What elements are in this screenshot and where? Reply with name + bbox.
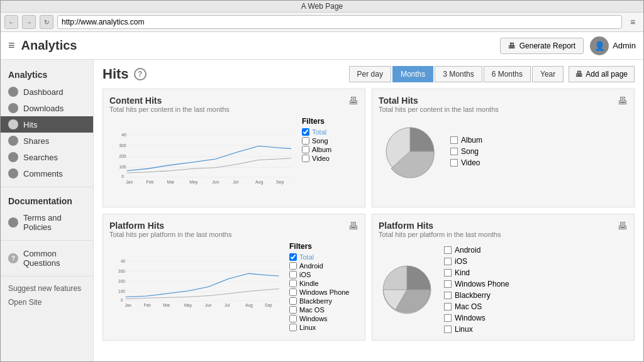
sidebar-item-hits[interactable]: Hits	[1, 116, 93, 133]
content-hits-title-area: Content Hits Total hits per content in t…	[109, 96, 230, 117]
tab-6months[interactable]: 6 Months	[484, 66, 531, 82]
sidebar-item-shares[interactable]: Shares	[1, 133, 93, 149]
add-all-page-button[interactable]: 🖶 Add all page	[569, 66, 635, 82]
app-header: ≡ Analytics 🖶 Generate Report 👤 Admin	[1, 32, 643, 60]
filter-total-checkbox[interactable]	[302, 128, 309, 136]
filter-song[interactable]: Song	[302, 137, 358, 145]
address-bar[interactable]	[57, 15, 622, 29]
hamburger-icon[interactable]: ≡	[8, 39, 15, 52]
platform-pie-subtitle: Total hits per platform in the last mont…	[379, 231, 501, 238]
pf-kindle[interactable]: Kindle	[289, 280, 358, 287]
total-hits-title-area: Total Hits Total hits per content in the…	[379, 96, 499, 117]
pf-windows[interactable]: Windows	[289, 315, 358, 322]
pf-linux[interactable]: Linux	[289, 324, 358, 331]
sidebar-item-searches[interactable]: Searches	[1, 149, 93, 165]
pf-android[interactable]: Android	[289, 262, 358, 270]
forward-button[interactable]: →	[22, 15, 36, 29]
pf-kindle-cb[interactable]	[289, 280, 297, 287]
legend-kind-box	[444, 269, 452, 277]
content-hits-header: Content Hits Total hits per content in t…	[109, 96, 358, 117]
platform-pie-title-area: Platform Hits Total hits per platform in…	[379, 221, 501, 242]
sidebar-label-terms: Terms and Policies	[23, 213, 86, 232]
legend-linux: Linux	[444, 325, 509, 334]
filter-video-checkbox[interactable]	[302, 155, 309, 162]
suggest-features-link[interactable]: Suggest new features	[1, 282, 93, 295]
reload-button[interactable]: ↻	[40, 15, 53, 29]
legend-windowsphone: Windows Phone	[444, 280, 509, 288]
pf-linux-label: Linux	[299, 324, 316, 331]
filter-album-label: Album	[312, 146, 331, 153]
pf-ios[interactable]: iOS	[289, 271, 358, 278]
filter-video[interactable]: Video	[302, 155, 358, 162]
add-page-label: Add all page	[586, 70, 628, 79]
pf-windowsphone[interactable]: Windows Phone	[289, 288, 358, 296]
pf-macos-label: Mac OS	[299, 306, 325, 314]
pf-macos[interactable]: Mac OS	[289, 306, 358, 314]
legend-video-box	[450, 159, 458, 167]
sidebar-item-faq[interactable]: ? Common Questions	[1, 246, 93, 271]
help-icon[interactable]: ?	[134, 68, 147, 80]
admin-area: 👤 Admin	[590, 36, 636, 55]
legend-album-label: Album	[461, 136, 482, 145]
platform-filters-label: Filters	[289, 242, 358, 251]
generate-report-label: Generate Report	[519, 41, 575, 50]
pf-total-cb[interactable]	[289, 253, 297, 261]
browser-frame: A Web Page ← → ↻ ≡ ≡ Analytics 🖶 Generat…	[0, 0, 644, 362]
platform-hits-print-icon[interactable]: 🖶	[348, 221, 358, 232]
content-hits-panel: Content Hits Total hits per content in t…	[103, 89, 365, 207]
pf-linux-cb[interactable]	[289, 324, 297, 331]
legend-album: Album	[450, 136, 482, 145]
pf-kindle-label: Kindle	[299, 280, 319, 287]
pf-windows-cb[interactable]	[289, 315, 297, 322]
svg-text:Mar: Mar	[163, 304, 170, 308]
tab-3months[interactable]: 3 Months	[435, 66, 482, 82]
pf-macos-cb[interactable]	[289, 306, 297, 314]
sidebar-item-dashboard[interactable]: Dashboard	[1, 84, 93, 100]
svg-text:100: 100	[118, 289, 125, 293]
filter-album[interactable]: Album	[302, 146, 358, 153]
sidebar-item-comments[interactable]: Comments	[1, 165, 93, 182]
browser-toolbar: ← → ↻ ≡	[1, 13, 643, 32]
svg-text:Feb: Feb	[147, 180, 154, 184]
filter-album-checkbox[interactable]	[302, 146, 309, 153]
svg-text:0: 0	[121, 174, 124, 178]
svg-text:Jul: Jul	[233, 180, 238, 184]
tab-months[interactable]: Months	[392, 66, 433, 82]
generate-report-button[interactable]: 🖶 Generate Report	[500, 38, 584, 54]
sidebar-item-terms[interactable]: Terms and Policies	[1, 210, 93, 235]
svg-text:Feb: Feb	[144, 304, 151, 308]
tab-year[interactable]: Year	[532, 66, 564, 82]
total-hits-print-icon[interactable]: 🖶	[618, 96, 628, 107]
header-left: ≡ Analytics	[8, 38, 77, 53]
total-hits-chart: Album Song Video	[379, 123, 628, 180]
svg-text:40: 40	[121, 133, 126, 137]
svg-text:Jun: Jun	[205, 304, 212, 308]
comments-icon	[8, 168, 18, 178]
legend-blackberry-box	[444, 292, 452, 299]
pf-blackberry-cb[interactable]	[289, 297, 297, 305]
sidebar-item-downloads[interactable]: Downloads	[1, 100, 93, 116]
legend-video-label: Video	[461, 158, 480, 167]
sidebar-label-dashboard: Dashboard	[23, 87, 64, 97]
pf-blackberry[interactable]: Blackberry	[289, 297, 358, 305]
platform-pie-print-icon[interactable]: 🖶	[618, 221, 628, 232]
pf-total[interactable]: Total	[289, 253, 358, 261]
pf-windowsphone-cb[interactable]	[289, 288, 297, 296]
svg-text:200: 200	[119, 154, 126, 158]
legend-android-box	[444, 246, 452, 254]
pf-android-cb[interactable]	[289, 262, 297, 270]
browser-menu-button[interactable]: ≡	[626, 15, 640, 29]
content-hits-print-icon[interactable]: 🖶	[348, 96, 358, 107]
back-button[interactable]: ←	[4, 15, 18, 29]
tab-per-day[interactable]: Per day	[349, 66, 391, 82]
filter-song-checkbox[interactable]	[302, 137, 309, 145]
open-site-link[interactable]: Open Site	[1, 295, 93, 309]
svg-text:300: 300	[119, 143, 126, 148]
content-hits-svg: 40 300 200 100 0	[109, 117, 296, 200]
top-charts-row: Content Hits Total hits per content in t…	[103, 89, 635, 207]
pf-ios-cb[interactable]	[289, 271, 297, 278]
filters-label: Filters	[302, 117, 358, 126]
svg-text:Mar: Mar	[167, 180, 175, 184]
filter-total[interactable]: Total	[302, 128, 358, 136]
legend-windows: Windows	[444, 314, 509, 322]
